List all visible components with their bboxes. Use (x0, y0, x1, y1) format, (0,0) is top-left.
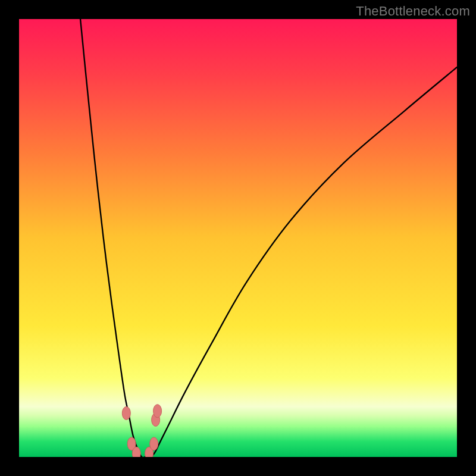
marker-point (122, 406, 130, 419)
watermark-text: TheBottleneck.com (356, 4, 470, 19)
marker-point (150, 437, 158, 450)
chart-frame: TheBottleneck.com (0, 0, 476, 476)
plot-area (19, 19, 457, 457)
marker-point (132, 447, 140, 457)
marker-point (154, 405, 162, 418)
gradient-background (19, 19, 457, 457)
bottleneck-chart (19, 19, 457, 457)
